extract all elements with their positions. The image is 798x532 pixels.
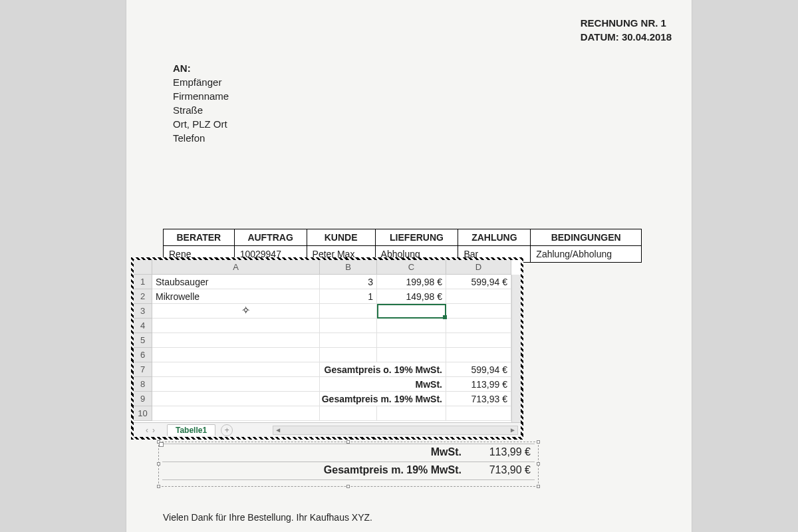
cell-c1[interactable]: 199,98 €	[377, 275, 446, 289]
select-all-corner[interactable]	[134, 260, 152, 275]
th-zahlung: ZAHLUNG	[458, 229, 531, 246]
plus-icon: +	[225, 426, 229, 435]
cell[interactable]	[377, 406, 446, 421]
th-berater: BERATER	[164, 229, 235, 246]
row-header[interactable]: 3	[134, 304, 152, 319]
col-header-c[interactable]: C	[377, 260, 446, 275]
cell[interactable]	[446, 319, 511, 333]
cell[interactable]	[377, 319, 446, 333]
table-header-row: BERATER AUFTRAG KUNDE LIEFERUNG ZAHLUNG …	[164, 229, 642, 246]
cell-c3[interactable]	[377, 304, 446, 319]
cell[interactable]	[377, 348, 446, 362]
recipient-line: Telefon	[173, 131, 229, 145]
col-header-a[interactable]: A	[152, 260, 320, 275]
cell-d7[interactable]: 599,94 €	[446, 362, 511, 377]
cell-total-label[interactable]: Gesamtpreis m. 19% MwSt.	[320, 392, 446, 406]
new-sheet-button[interactable]: +	[221, 424, 233, 436]
cell[interactable]	[152, 362, 320, 377]
cell-a2[interactable]: Mikrowelle	[152, 289, 320, 304]
cell-b2[interactable]: 1	[320, 289, 377, 304]
vertical-scrollbar[interactable]	[511, 275, 521, 422]
cell-a1[interactable]: Staubsauger	[152, 275, 320, 289]
cell[interactable]	[320, 333, 377, 348]
cell-a3[interactable]	[152, 304, 320, 319]
cell[interactable]	[320, 406, 377, 421]
cell-d9[interactable]: 713,93 €	[446, 392, 511, 406]
th-bedingungen: BEDINGUNGEN	[531, 229, 642, 246]
scroll-right-icon[interactable]: ►	[509, 426, 516, 434]
chevron-right-icon[interactable]: ›	[152, 426, 155, 435]
recipient-line: Ort, PLZ Ort	[173, 117, 229, 131]
recipient-line: Straße	[173, 103, 229, 117]
cell[interactable]	[446, 333, 511, 348]
object-selection-frame[interactable]	[158, 442, 539, 487]
row-header[interactable]: 9	[134, 392, 152, 406]
row-header[interactable]: 1	[134, 275, 152, 289]
cell-d3[interactable]	[446, 304, 511, 319]
cell-c2[interactable]: 149,98 €	[377, 289, 446, 304]
recipient-an: AN:	[173, 61, 229, 75]
row-header[interactable]: 2	[134, 289, 152, 304]
cell[interactable]	[320, 319, 377, 333]
invoice-header: RECHNUNG NR. 1 DATUM: 30.04.2018	[581, 16, 672, 44]
cell[interactable]	[152, 406, 320, 421]
chevron-left-icon[interactable]: ‹	[146, 426, 148, 435]
cell[interactable]	[152, 377, 320, 392]
excel-inplace-editor[interactable]: A B C D 1 Staubsauger 3 199,98 € 599,94 …	[134, 260, 521, 437]
embedded-excel-object[interactable]: A B C D 1 Staubsauger 3 199,98 € 599,94 …	[131, 257, 523, 440]
cell[interactable]	[152, 333, 320, 348]
thank-you-line: Vielen Dank für Ihre Bestellung. Ihr Kau…	[163, 512, 372, 523]
row-header[interactable]: 10	[134, 406, 152, 421]
cell-mwst-label[interactable]: MwSt.	[320, 377, 446, 392]
row-header[interactable]: 4	[134, 319, 152, 333]
row-header[interactable]: 7	[134, 362, 152, 377]
col-header-d[interactable]: D	[446, 260, 511, 275]
cell[interactable]	[446, 348, 511, 362]
cell-d8[interactable]: 113,99 €	[446, 377, 511, 392]
th-kunde: KUNDE	[307, 229, 375, 246]
invoice-date: DATUM: 30.04.2018	[581, 30, 672, 44]
cell-subtotal-label[interactable]: Gesamtpreis o. 19% MwSt.	[320, 362, 446, 377]
cell-b3[interactable]	[320, 304, 377, 319]
excel-grid[interactable]: A B C D 1 Staubsauger 3 199,98 € 599,94 …	[134, 260, 521, 421]
cell[interactable]	[446, 406, 511, 421]
invoice-number: RECHNUNG NR. 1	[581, 16, 672, 30]
recipient-block: AN: Empfänger Firmenname Straße Ort, PLZ…	[173, 61, 229, 145]
cell-b1[interactable]: 3	[320, 275, 377, 289]
document-page: RECHNUNG NR. 1 DATUM: 30.04.2018 AN: Emp…	[126, 0, 692, 532]
td-bedingungen: Zahlung/Abholung	[531, 246, 642, 263]
row-header[interactable]: 6	[134, 348, 152, 362]
cell[interactable]	[320, 348, 377, 362]
cell-d1[interactable]: 599,94 €	[446, 275, 511, 289]
cell[interactable]	[377, 333, 446, 348]
sheet-tab-tabelle1[interactable]: Tabelle1	[167, 424, 215, 436]
th-auftrag: AUFTRAG	[234, 229, 307, 246]
cell[interactable]	[152, 348, 320, 362]
horizontal-scrollbar[interactable]: ◄ ►	[273, 426, 518, 435]
th-lieferung: LIEFERUNG	[375, 229, 458, 246]
scroll-left-icon[interactable]: ◄	[275, 426, 281, 434]
sheet-nav-buttons[interactable]: ‹ ›	[134, 426, 167, 435]
row-header[interactable]: 8	[134, 377, 152, 392]
cell[interactable]	[152, 392, 320, 406]
cell-d2[interactable]	[446, 289, 511, 304]
sheet-tab-bar[interactable]: ‹ › Tabelle1 + ◄ ►	[134, 422, 521, 437]
row-header[interactable]: 5	[134, 333, 152, 348]
recipient-line: Firmenname	[173, 89, 229, 103]
recipient-line: Empfänger	[173, 75, 229, 89]
col-header-b[interactable]: B	[320, 260, 377, 275]
cell[interactable]	[152, 319, 320, 333]
